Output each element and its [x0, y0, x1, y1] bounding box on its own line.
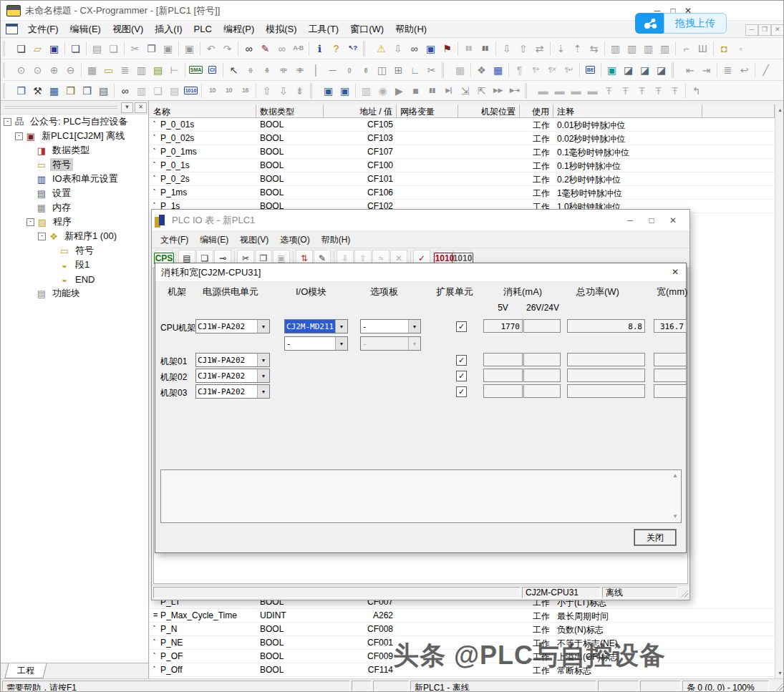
scroll-up-icon[interactable]: ▲ [775, 104, 784, 115]
io-module-select[interactable]: -▼ [284, 336, 348, 351]
child-restore-button[interactable]: ❐ [758, 24, 771, 36]
table-row[interactable]: ‵P_0_1msBOOLCF107工作0.1毫秒时钟脉冲位 [150, 145, 775, 159]
scroll-down-icon[interactable]: ▼ [775, 668, 784, 678]
child-minimize-button[interactable]: ─ [745, 24, 758, 36]
draw-divider-icon[interactable]: ╱ [758, 62, 774, 79]
block-program-view-icon[interactable]: BE [582, 62, 599, 79]
connector-line-icon[interactable]: ∟ [407, 62, 423, 79]
menu-选项o[interactable]: 选项(O) [274, 232, 315, 248]
rung-annotation-icon[interactable]: ≣ [117, 62, 133, 79]
table-row[interactable]: ‵P_NBOOLCF008工作负数(N)标志 [150, 623, 775, 636]
tree-item-end[interactable]: ◒END [1, 272, 148, 286]
column-header-使用[interactable]: 使用 [520, 104, 553, 118]
column-header-数据类型[interactable]: 数据类型 [256, 104, 324, 118]
window-mnemonic-icon[interactable]: ◪ [637, 62, 653, 79]
tree-expander-icon[interactable]: - [26, 218, 34, 226]
new-closed-coil-icon[interactable]: (/) [357, 62, 374, 79]
expansion-checkbox[interactable]: ✓ [456, 386, 467, 397]
tree-item-symbols[interactable]: ▭符号 [1, 243, 148, 258]
tree-item-section[interactable]: ◒段1 [1, 258, 148, 272]
zoom-fit-icon[interactable]: ⊙ [13, 62, 29, 79]
note-scroll-up-icon[interactable]: ▲ [671, 472, 679, 480]
watch-window-icon[interactable]: ▦ [46, 82, 62, 99]
cross-reference-icon[interactable]: ❒ [62, 82, 79, 99]
menu-视图v[interactable]: 视图(V) [234, 232, 274, 248]
new-instruction-icon[interactable]: ◫ [374, 62, 390, 79]
sim-pause-icon[interactable]: ▮▮ [424, 82, 440, 99]
menu-帮助h[interactable]: 帮助(H) [389, 21, 432, 37]
column-header-名称[interactable]: 名称 [150, 104, 256, 118]
power-unit-select[interactable]: CJ1W-PA202▼ [195, 384, 270, 399]
monitor-check-icon[interactable]: ⚑ [439, 40, 455, 57]
io-module-select[interactable]: CJ2M-MD211▼ [284, 319, 348, 333]
wrap-text-icon[interactable]: ↩ [736, 62, 752, 79]
online-edit-check-icon[interactable]: ▣ [422, 40, 439, 57]
tree-expander-icon[interactable]: - [38, 233, 46, 240]
tree-item-programs[interactable]: -▨程序 [1, 215, 148, 229]
find-icon[interactable]: ∞ [241, 40, 257, 57]
note-scroll-down-icon[interactable]: ▼ [671, 512, 679, 521]
help-topics-icon[interactable]: ? [328, 40, 344, 57]
copy-icon[interactable]: ❐ [143, 40, 160, 57]
tree-item-project[interactable]: -品公众号: PLC与自控设备 [1, 114, 148, 129]
tree-item-symbols[interactable]: ▭符号 [1, 157, 148, 172]
io-minimize-button[interactable]: ─ [619, 215, 641, 225]
delete-mode-icon[interactable]: ✂ [423, 62, 440, 79]
window-diagram-icon[interactable]: ◪ [620, 62, 637, 79]
tree-item-io-table[interactable]: ▥IO表和单元设置 [1, 172, 148, 186]
workspace-toggle-icon[interactable]: ❒ [13, 82, 29, 99]
show-comment-icon[interactable]: ▭ [100, 62, 117, 79]
expansion-checkbox[interactable]: ✓ [456, 355, 467, 366]
info-icon[interactable]: ℹ [311, 40, 328, 57]
dialog-close-icon[interactable]: ✕ [669, 266, 682, 278]
table-row[interactable]: ‵P_0_1sBOOLCF100工作0.1秒时钟脉冲位 [150, 159, 775, 172]
zoom-region-icon[interactable]: ⊙ [29, 62, 46, 79]
sim-step-in-icon[interactable]: ⇲ [457, 82, 473, 99]
expansion-checkbox[interactable]: ✓ [456, 371, 467, 381]
io-maximize-button[interactable]: □ [641, 215, 662, 225]
tree-item-memory[interactable]: ▦内存 [1, 200, 148, 215]
find-symbol-icon[interactable]: ∞ [117, 82, 133, 99]
sim-step-run-icon[interactable]: ▶| [440, 82, 457, 99]
menu-工具t[interactable]: 工具(T) [303, 21, 345, 37]
menu-编辑e[interactable]: 编辑(E) [194, 232, 234, 248]
menu-编程p[interactable]: 编程(P) [218, 21, 260, 37]
main-resize-grip[interactable] [774, 681, 783, 691]
tree-item-plc[interactable]: -▣新PLC1[CJ2M] 离线 [1, 129, 148, 143]
tree-item-function-blocks[interactable]: ▤功能块 [1, 286, 148, 301]
new-contact-icon[interactable]: -| |- [242, 62, 258, 79]
menu-plc[interactable]: PLC [188, 21, 218, 37]
new-closed-contact-icon[interactable]: -|/|- [258, 62, 275, 79]
table-row[interactable]: ‵P_0_02sBOOLCF103工作0.02秒时钟脉冲位 [150, 132, 775, 145]
compile-check-icon[interactable]: ⚠ [373, 40, 389, 57]
panel-drag-grip[interactable] [4, 104, 117, 110]
option-board-select[interactable]: -▼ [360, 319, 421, 333]
pause-icon[interactable]: ▮▮ [477, 40, 493, 57]
zoom-in-icon[interactable]: ⊕ [46, 62, 62, 79]
menu-视图v[interactable]: 视图(V) [107, 21, 149, 37]
column-header-blank[interactable] [702, 104, 775, 118]
grid-toggle-icon[interactable]: ▦ [84, 62, 100, 79]
dialog-note-area[interactable]: ▲ ▼ [160, 469, 682, 523]
sim-continuous-run-icon[interactable]: ▶▶ [490, 82, 506, 99]
column-header-网络变量[interactable]: 网络变量 [397, 104, 458, 118]
table-row[interactable]: =P_Max_Cycle_TimeUDINTA262工作最长周期时间 [150, 609, 775, 623]
power-unit-select[interactable]: CJ1W-PA202▼ [195, 369, 270, 383]
build-project-icon[interactable]: ⚒ [29, 82, 46, 99]
new-coil-icon[interactable]: ( ) [341, 62, 357, 79]
context-help-icon[interactable]: ↖? [344, 40, 361, 57]
panel-dropdown-button[interactable]: ▼ [121, 102, 133, 113]
tree-expander-icon[interactable]: - [15, 132, 23, 140]
new-vertical-icon[interactable]: │ [308, 62, 324, 79]
tab-project[interactable]: 工程 [4, 663, 47, 678]
vertical-scrollbar[interactable]: ▲ ▼ [775, 104, 784, 678]
column-header-注释[interactable]: 注释 [553, 104, 702, 118]
properties-icon[interactable]: ▤ [95, 82, 112, 99]
column-header-地址 / 值[interactable]: 地址 / 值 [324, 104, 397, 118]
unit-monitor-window-icon[interactable]: ▣ [337, 82, 353, 99]
column-header-机架位置[interactable]: 机架位置 [458, 104, 520, 118]
child-close-button[interactable]: ✕ [771, 24, 784, 36]
replace-icon[interactable]: ✎ [257, 40, 274, 57]
menu-模拟s[interactable]: 模拟(S) [260, 21, 302, 37]
binary-monitor-icon[interactable]: 1010 [183, 82, 199, 99]
